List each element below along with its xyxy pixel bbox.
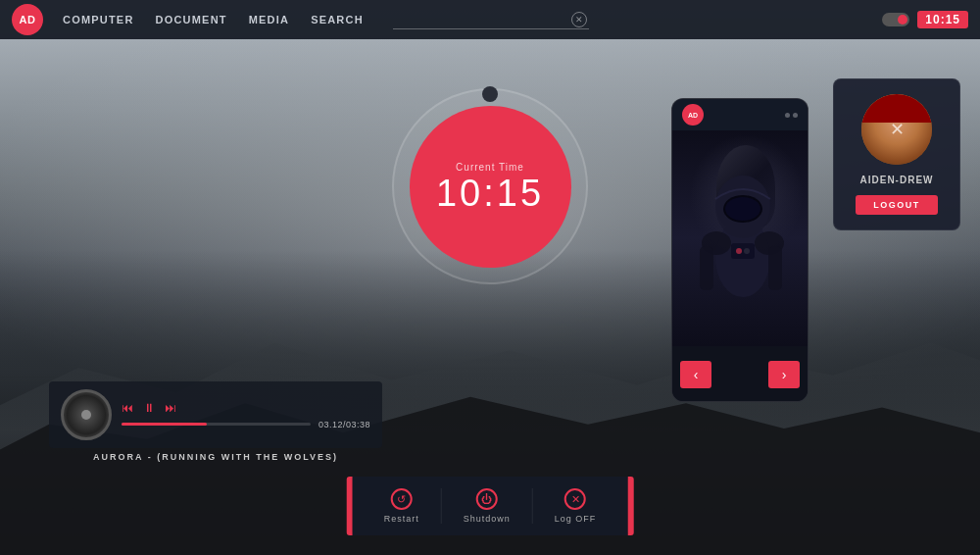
- phone-image: [672, 130, 808, 346]
- restart-icon: ↺: [391, 488, 413, 510]
- bottom-actions: ↺ Restart ⏻ Shutdown ✕ Log OFF: [353, 477, 628, 535]
- svg-point-10: [736, 248, 742, 254]
- svg-rect-8: [768, 246, 782, 290]
- nav-logo[interactable]: AD: [12, 4, 43, 35]
- bottom-action-bar: ↺ Restart ⏻ Shutdown ✕ Log OFF: [347, 477, 634, 535]
- pause-button[interactable]: ⏸: [143, 401, 155, 415]
- clock-time: 10:15: [436, 175, 544, 212]
- music-player: ⏮ ⏸ ⏭ 03.12/03:38 AURORA - (RUNNING WITH…: [49, 381, 382, 462]
- shutdown-icon: ⏻: [476, 488, 498, 510]
- next-button[interactable]: ⏭: [165, 401, 176, 415]
- avatar: ✕: [861, 94, 932, 165]
- shutdown-label: Shutdown: [464, 514, 511, 524]
- nav-search[interactable]: SEARCH: [311, 14, 364, 25]
- user-card: ✕ AIDEN-DREW LOGOUT: [833, 78, 960, 230]
- music-bar: ⏮ ⏸ ⏭ 03.12/03:38: [49, 381, 382, 448]
- bar-accent-right: [627, 477, 633, 535]
- shutdown-button[interactable]: ⏻ Shutdown: [442, 488, 533, 524]
- phone-header: AD: [672, 99, 808, 130]
- svg-rect-7: [700, 246, 713, 290]
- robot-svg: [672, 130, 808, 346]
- nav-document[interactable]: DOCUMENT: [156, 14, 227, 25]
- svg-point-6: [725, 197, 760, 221]
- music-disc: [61, 389, 112, 440]
- phone-logo: AD: [682, 104, 704, 126]
- navbar: AD COMPUTER DOCUMENT MEDIA SEARCH ✕ 10:1…: [0, 0, 980, 39]
- music-controls: ⏮ ⏸ ⏭ 03.12/03:38: [122, 401, 370, 429]
- search-clear-button[interactable]: ✕: [571, 12, 587, 27]
- progress-bar[interactable]: [122, 423, 311, 426]
- logoff-label: Log OFF: [555, 514, 597, 524]
- avatar-x-mark: ✕: [861, 94, 932, 165]
- clock-face: Current Time 10:15: [410, 106, 571, 268]
- phone-prev-button[interactable]: ‹: [680, 361, 711, 388]
- user-name: AIDEN-DREW: [860, 175, 934, 185]
- nav-computer[interactable]: COMPUTER: [63, 14, 134, 25]
- search-input[interactable]: [393, 13, 589, 29]
- clock-widget: Current Time 10:15: [382, 78, 598, 294]
- music-buttons: ⏮ ⏸ ⏭: [122, 401, 370, 415]
- svg-rect-9: [731, 243, 755, 259]
- restart-button[interactable]: ↺ Restart: [363, 488, 442, 524]
- time-widget: 10:15: [882, 11, 968, 28]
- power-toggle[interactable]: [882, 13, 909, 26]
- phone-footer: ‹ ›: [672, 346, 808, 402]
- nav-links: COMPUTER DOCUMENT MEDIA SEARCH: [63, 14, 364, 25]
- logoff-icon: ✕: [564, 488, 586, 510]
- avatar-container: ✕: [861, 94, 932, 165]
- music-time: 03.12/03:38: [318, 420, 370, 429]
- restart-label: Restart: [384, 514, 419, 524]
- phone-dot-2: [793, 113, 798, 118]
- phone-next-button[interactable]: ›: [768, 361, 800, 388]
- clock-label: Current Time: [456, 162, 524, 173]
- nav-time-display: 10:15: [917, 11, 968, 28]
- progress-row: 03.12/03:38: [122, 420, 370, 429]
- phone-dots: [785, 113, 798, 118]
- svg-point-11: [744, 248, 750, 254]
- phone-card: AD: [671, 98, 808, 402]
- logoff-button[interactable]: ✕ Log OFF: [533, 488, 618, 524]
- prev-button[interactable]: ⏮: [122, 401, 133, 415]
- nav-media[interactable]: MEDIA: [249, 14, 289, 25]
- logout-button[interactable]: LOGOUT: [856, 195, 938, 215]
- clock-dot: [482, 86, 498, 102]
- music-title: AURORA - (RUNNING WITH THE WOLVES): [49, 452, 382, 462]
- progress-fill: [122, 423, 207, 426]
- search-container: ✕: [393, 11, 589, 29]
- phone-dot-1: [785, 113, 790, 118]
